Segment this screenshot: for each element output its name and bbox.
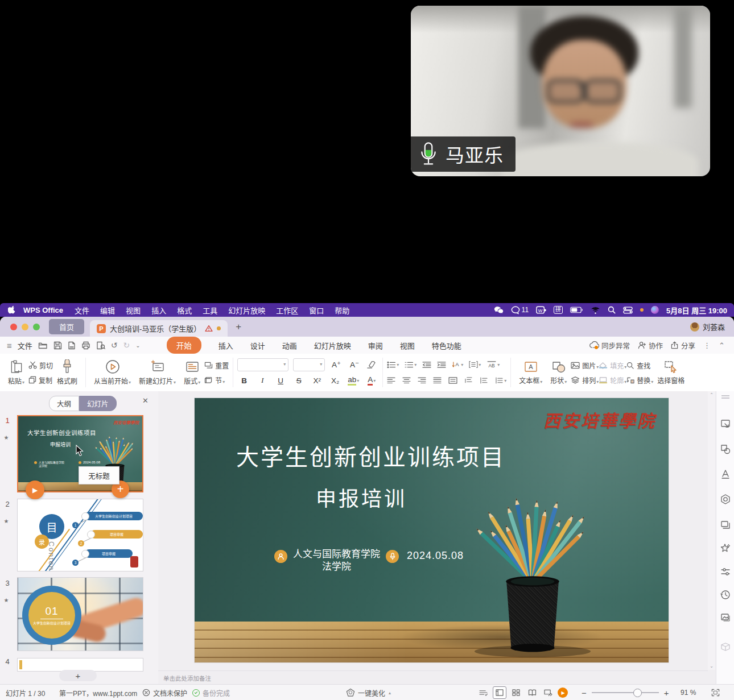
outline-tab[interactable]: 大纲 [49,396,79,411]
find-button[interactable]: 查找 [626,359,653,371]
zoom-slider-knob[interactable] [633,689,642,697]
font-size-select[interactable]: ▾ [293,358,325,371]
menu-insert[interactable]: 插入 [151,305,166,316]
play-slide-button[interactable]: ▶ [26,481,44,499]
apple-menu-icon[interactable] [8,306,15,314]
slide-layout-panel-icon[interactable] [720,519,731,530]
protection-status[interactable]: 文档未保护 [142,685,187,700]
slide-thumbnail-3[interactable]: 01 大学生创新创业计划项目 [17,577,143,651]
redo-icon[interactable]: ↻ [123,341,130,350]
open-file-icon[interactable] [38,341,48,350]
slide-sorter-view-button[interactable] [510,687,522,698]
save-icon[interactable] [53,341,62,350]
bold-button[interactable]: B [237,375,251,387]
font-color-button[interactable]: A▾ [365,375,378,387]
menu-slideshow[interactable]: 幻灯片放映 [228,305,265,316]
notes-toggle-button[interactable] [477,687,489,698]
wechat-icon[interactable] [494,306,504,314]
justify-button[interactable] [433,377,442,384]
export-pdf-icon[interactable] [68,341,76,350]
distribute-text-button[interactable] [448,377,457,384]
collapse-ribbon-icon[interactable]: ⌃ [719,341,725,350]
tab-animation[interactable]: 动画 [282,340,297,351]
align-left-button[interactable] [387,377,395,384]
print-preview-icon[interactable] [96,341,105,350]
reset-button[interactable]: 重置 [204,359,229,371]
font-family-select[interactable]: ▾ [237,358,288,371]
presenter-view-button[interactable] [542,687,554,698]
wps-status-icon[interactable]: W [536,306,546,314]
slideshow-play-button[interactable]: ▶ [558,687,568,698]
menu-view[interactable]: 视图 [126,305,141,316]
slide-title[interactable]: 大学生创新创业训练项目 [236,439,505,472]
selection-pane-icon[interactable] [720,419,731,430]
slide-date-block[interactable]: 2024.05.08 [386,548,464,563]
wordart-panel-icon[interactable] [720,469,731,480]
spotlight-search-icon[interactable] [608,306,616,314]
shape-button[interactable]: 形状▾ [546,356,571,389]
notes-pane[interactable]: 单击此处添加备注 [158,670,708,684]
decrease-font-button[interactable]: A⁻ [348,359,361,371]
menubar-clock[interactable]: 5月8日 周三 19:00 [666,305,727,316]
menu-file[interactable]: 文件 [75,305,89,316]
warning-icon[interactable] [205,325,213,332]
media-gallery-icon[interactable] [720,612,731,623]
increase-indent-button[interactable] [437,361,446,368]
animation-panel-icon[interactable] [720,542,731,554]
zoom-in-button[interactable]: + [664,688,669,698]
character-spacing-button[interactable]: AB▾ [486,361,500,368]
section-button[interactable]: 节▾ [204,374,229,386]
share-button[interactable]: 分享 [671,340,695,351]
tab-insert[interactable]: 插入 [218,340,233,351]
zoom-window-button[interactable] [33,324,40,330]
tab-view[interactable]: 视图 [400,340,415,351]
slide-subtitle[interactable]: 申报培训 [316,482,407,512]
tab-review[interactable]: 审阅 [368,340,383,351]
vertical-align-middle-button[interactable] [480,377,488,384]
clear-format-icon[interactable] [366,361,376,369]
highlight-color-button[interactable]: ab▾ [347,375,360,387]
slide-canvas[interactable]: 西安培華學院 大学生创新创业训练项目 申报培训 人文与国际教育学院法学院 [195,398,669,662]
zoom-out-button[interactable]: − [582,688,587,698]
menu-tools[interactable]: 工具 [203,305,217,316]
tab-design[interactable]: 设计 [250,340,265,351]
subscript-button[interactable]: X₂ [328,375,342,387]
slide-scrollbar[interactable]: ⌃ ⌄ [708,391,715,670]
outline-button[interactable]: 轮廓▾ [599,374,626,386]
new-slide-button[interactable]: 新建幻灯片▾ [135,356,180,389]
align-center-button[interactable] [402,377,411,384]
file-menu-button[interactable]: 文件 [18,340,32,351]
menu-workspace[interactable]: 工作区 [276,305,298,316]
zoom-percent[interactable]: 91 % [681,685,696,700]
increase-font-button[interactable]: A⁺ [329,359,343,371]
zoom-slider[interactable] [592,692,659,693]
template-source[interactable]: 第一PPT，www.1ppt.com [59,685,137,700]
shapes-panel-icon[interactable] [720,444,731,455]
quickbar-dropdown-icon[interactable]: ⌄ [135,342,140,349]
italic-button[interactable]: I [255,375,269,387]
slides-tab[interactable]: 幻灯片 [79,396,117,411]
sidebar-handle[interactable] [721,395,729,396]
resource-box-icon[interactable] [720,641,731,653]
minimize-window-button[interactable] [22,324,28,330]
more-options-icon[interactable]: ⋮ [703,341,711,350]
layout-button[interactable]: 版式▾ [180,356,204,389]
line-spacing-button[interactable]: ▾ [469,361,481,368]
normal-view-button[interactable] [493,686,506,699]
close-window-button[interactable] [10,324,17,330]
tab-home[interactable]: 开始 [167,337,201,354]
tab-special-features[interactable]: 特色功能 [432,340,461,351]
selection-pane-button[interactable]: 选择窗格 [653,356,688,389]
beautify-button[interactable]: 一键美化 ▴ [346,685,391,700]
slide-thumbnail-2[interactable]: 目 录 Contents 大学生创新创业计划项目 1 项目申报 2 项目申报 3 [17,499,143,571]
superscript-button[interactable]: X² [310,375,324,387]
sync-status-button[interactable]: 同步异常 [589,340,630,351]
copy-button[interactable]: 复制 [28,374,53,386]
fill-button[interactable]: 填充▾ [599,359,626,371]
reading-view-button[interactable] [526,687,538,698]
picture-button[interactable]: 图片▾ [571,359,599,371]
input-method-icon[interactable]: 拼 [554,306,563,314]
account-area[interactable]: 刘荟森 [690,321,734,332]
cut-button[interactable]: 剪切 [28,359,53,371]
menubar-app-name[interactable]: WPS Office [23,306,63,314]
